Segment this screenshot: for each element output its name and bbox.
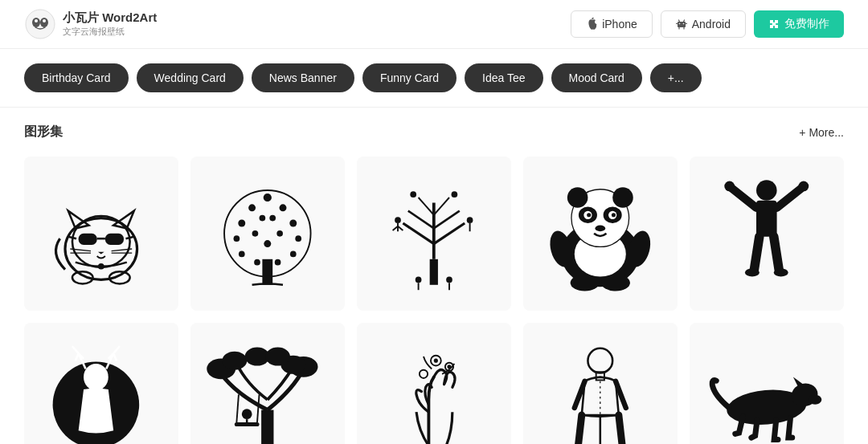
svg-point-71 — [567, 187, 588, 208]
svg-rect-30 — [263, 259, 273, 285]
tab-idea[interactable]: Idea Tee — [465, 63, 542, 92]
svg-point-56 — [395, 218, 401, 224]
image-card-cat[interactable] — [24, 157, 178, 311]
svg-point-77 — [587, 213, 591, 217]
svg-rect-19 — [105, 234, 124, 245]
celebrate-svg — [705, 172, 829, 295]
svg-point-79 — [596, 226, 606, 232]
image-card-panther[interactable] — [690, 323, 844, 444]
panda-svg — [538, 172, 662, 295]
svg-point-39 — [239, 251, 245, 258]
logo-icon — [24, 8, 56, 40]
svg-point-0 — [26, 10, 55, 39]
svg-point-32 — [264, 193, 272, 202]
tab-more[interactable]: +... — [650, 63, 702, 92]
svg-point-78 — [612, 213, 616, 217]
nav-tabs: Birthday CardWedding CardNews BannerFunn… — [0, 49, 868, 108]
svg-point-27 — [98, 263, 104, 270]
svg-point-103 — [242, 409, 252, 420]
svg-point-6 — [678, 23, 680, 25]
free-make-label: 免费制作 — [784, 17, 829, 31]
svg-line-53 — [434, 211, 460, 229]
svg-point-86 — [725, 181, 735, 192]
svg-rect-5 — [678, 22, 686, 27]
svg-point-87 — [799, 181, 809, 192]
svg-rect-92 — [92, 389, 100, 393]
svg-rect-48 — [430, 259, 438, 285]
svg-point-4 — [43, 19, 46, 22]
svg-point-46 — [277, 230, 284, 237]
android-icon — [676, 18, 687, 30]
panther-svg — [705, 338, 829, 444]
section-title: 图形集 — [24, 124, 63, 141]
logo-area: 小瓦片 Word2Art 文字云海报壁纸 — [24, 8, 157, 40]
svg-point-33 — [248, 205, 256, 212]
svg-point-60 — [467, 218, 473, 224]
iphone-button[interactable]: iPhone — [571, 10, 653, 38]
svg-point-43 — [260, 215, 266, 222]
svg-point-35 — [239, 220, 246, 227]
svg-point-83 — [601, 275, 630, 291]
svg-point-82 — [571, 275, 600, 291]
svg-point-36 — [290, 220, 297, 227]
tab-birthday[interactable]: Birthday Card — [24, 63, 129, 92]
logo-text: 小瓦片 Word2Art 文字云海报壁纸 — [63, 10, 157, 38]
iphone-label: iPhone — [602, 18, 637, 31]
image-card-floral-hand[interactable] — [357, 323, 511, 444]
floral-hand-svg — [372, 338, 496, 444]
svg-line-101 — [257, 395, 260, 423]
header-actions: iPhone Android 免费制作 — [571, 10, 844, 38]
swing-tree-svg — [206, 338, 330, 444]
deer-moon-svg — [39, 338, 163, 444]
image-card-panda[interactable] — [523, 157, 678, 311]
svg-line-55 — [434, 198, 449, 215]
svg-point-99 — [265, 348, 290, 366]
svg-point-45 — [252, 230, 259, 237]
tab-funny[interactable]: Funny Card — [362, 63, 457, 92]
activity-tree-svg — [372, 172, 496, 295]
svg-point-110 — [588, 348, 613, 373]
svg-point-42 — [275, 259, 281, 266]
svg-point-47 — [264, 240, 272, 247]
image-card-swing-tree[interactable] — [190, 323, 345, 444]
svg-point-84 — [756, 180, 777, 201]
logo-main: 小瓦片 Word2Art — [63, 10, 157, 26]
header: 小瓦片 Word2Art 文字云海报壁纸 iPhone Android — [0, 0, 868, 49]
puzzle-icon — [768, 18, 780, 30]
svg-point-89 — [774, 269, 788, 277]
tab-mood[interactable]: Mood Card — [551, 63, 642, 92]
svg-point-38 — [296, 236, 302, 242]
free-make-button[interactable]: 免费制作 — [754, 10, 844, 38]
person-back-svg — [538, 338, 662, 444]
svg-point-40 — [290, 251, 297, 258]
svg-point-7 — [682, 23, 684, 25]
apple-icon — [586, 18, 597, 31]
svg-line-9 — [683, 20, 684, 22]
svg-point-37 — [234, 236, 240, 242]
image-grid — [24, 157, 844, 444]
image-card-person-celebrate[interactable] — [690, 157, 844, 311]
image-card-deer-moon[interactable] — [24, 323, 178, 444]
image-card-people-tree[interactable] — [190, 157, 345, 311]
more-link[interactable]: + More... — [799, 126, 844, 139]
svg-line-100 — [237, 395, 240, 423]
tab-wedding[interactable]: Wedding Card — [137, 63, 244, 92]
svg-point-88 — [745, 269, 760, 277]
svg-line-21 — [68, 237, 76, 239]
svg-point-109 — [420, 370, 428, 378]
people-tree-svg — [206, 172, 330, 295]
image-card-activity-tree[interactable] — [357, 157, 511, 311]
svg-point-34 — [280, 205, 287, 212]
tab-news[interactable]: News Banner — [252, 63, 354, 92]
main-content: 图形集 + More... — [0, 108, 868, 444]
svg-line-52 — [408, 211, 434, 229]
image-card-person-back[interactable] — [523, 323, 678, 444]
cat-svg — [39, 172, 163, 295]
svg-point-66 — [446, 277, 452, 283]
svg-point-64 — [416, 277, 422, 283]
svg-rect-93 — [261, 410, 273, 444]
svg-marker-119 — [793, 377, 804, 387]
svg-point-72 — [612, 187, 633, 208]
svg-line-54 — [419, 198, 434, 215]
android-button[interactable]: Android — [661, 10, 746, 38]
